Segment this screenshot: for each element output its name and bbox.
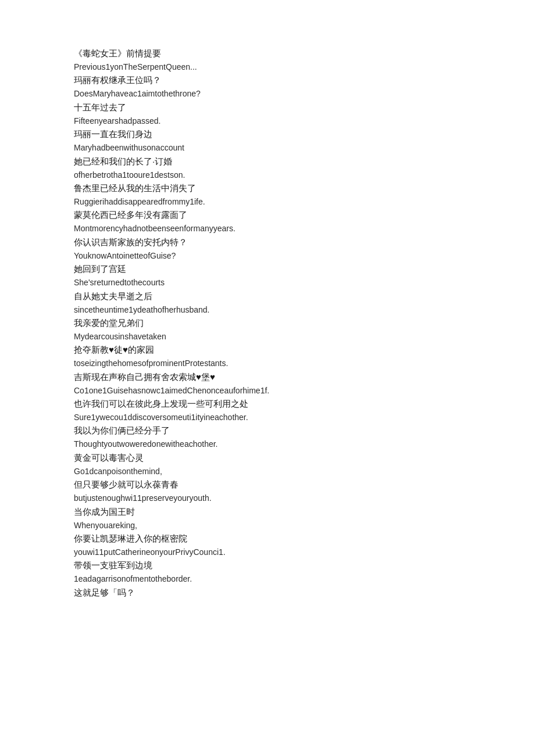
text-line-35: Whenyouareking,: [74, 519, 461, 532]
text-line-4: 十五年过去了: [74, 101, 461, 114]
text-line-16: 她回到了宫廷: [74, 262, 461, 276]
text-line-14: 你认识吉斯家族的安托内特？: [74, 235, 461, 249]
text-line-33: butjustenoughwi11preserveyouryouth.: [74, 492, 461, 504]
text-line-19: sincetheuntime1ydeathofherhusband.: [74, 303, 461, 316]
text-line-0: 《毒蛇女王》前情提要: [74, 46, 461, 60]
text-line-39: 1eadagarrisonofmentotheborder.: [74, 572, 461, 585]
text-line-37: youwi11putCatherineonyourPrivyCounci1.: [74, 546, 461, 558]
text-line-23: toseizingthehomesofprominentProtestants.: [74, 357, 461, 370]
text-line-8: 她已经和我们的长了·订婚: [74, 155, 461, 169]
main-content: 《毒蛇女王》前情提要Previous1yonTheSerpentQueen...…: [0, 0, 535, 646]
text-line-7: Maryhadbeenwithusonaccount: [74, 141, 461, 154]
text-line-32: 但只要够少就可以永葆青春: [74, 478, 461, 492]
text-line-20: 我亲爱的堂兄弟们: [74, 316, 461, 330]
text-line-29: Thoughtyoutwoweredonewitheachother.: [74, 438, 461, 450]
text-line-6: 玛丽一直在我们身边: [74, 127, 461, 141]
text-line-2: 玛丽有权继承王位吗？: [74, 73, 461, 87]
text-line-38: 带领一支驻军到边境: [74, 558, 461, 572]
text-line-30: 黄金可以毒害心灵: [74, 451, 461, 465]
text-line-27: Sure1ywecou1ddiscoversomeuti1ityineachot…: [74, 411, 461, 424]
text-line-22: 抢夺新教♥徒♥的家园: [74, 343, 461, 357]
text-line-5: Fifteenyearshadpassed.: [74, 114, 461, 127]
text-line-36: 你要让凯瑟琳进入你的枢密院: [74, 532, 461, 546]
text-line-40: 这就足够「吗？: [74, 586, 461, 600]
text-line-12: 蒙莫伦西已经多年没有露面了: [74, 208, 461, 222]
text-line-18: 自从她丈夫早逝之后: [74, 289, 461, 303]
text-line-10: 鲁杰里已经从我的生活中消失了: [74, 181, 461, 195]
text-line-3: DoesMaryhaveac1aimtothethrone?: [74, 87, 461, 100]
text-line-21: Mydearcousinshavetaken: [74, 330, 461, 343]
text-line-25: Co1one1Guisehasnowc1aimedChenonceauforhi…: [74, 384, 461, 397]
text-line-28: 我以为你们俩已经分手了: [74, 424, 461, 438]
text-line-26: 也许我们可以在彼此身上发现一些可利用之处: [74, 397, 461, 411]
text-line-11: Ruggierihaddisappearedfrommy1ife.: [74, 195, 461, 208]
text-line-13: Montmorencyhadnotbeenseenformanyyears.: [74, 222, 461, 235]
text-line-24: 吉斯现在声称自己拥有舍农索城♥堡♥: [74, 370, 461, 384]
text-line-17: She'sreturnedtothecourts: [74, 276, 461, 289]
text-line-1: Previous1yonTheSerpentQueen...: [74, 60, 461, 73]
text-line-9: ofherbetrotha1tooure1destson.: [74, 169, 461, 181]
text-line-34: 当你成为国王时: [74, 505, 461, 519]
text-line-31: Go1dcanpoisonthemind,: [74, 465, 461, 478]
text-line-15: YouknowAntoinetteofGuise?: [74, 249, 461, 262]
